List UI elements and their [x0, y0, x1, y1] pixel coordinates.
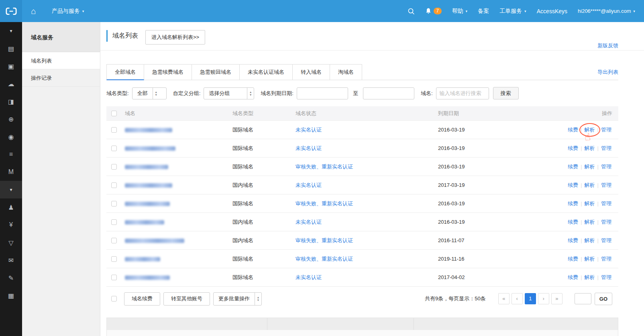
- renew-domains-button[interactable]: 域名续费: [124, 292, 160, 306]
- tab-item[interactable]: 急需赎回域名: [192, 64, 240, 80]
- cloud-storage-icon[interactable]: ◨: [0, 93, 22, 110]
- renew-link[interactable]: 续费: [568, 182, 578, 188]
- prev-page-button[interactable]: ‹: [512, 293, 523, 304]
- image-service-icon[interactable]: ▣: [0, 57, 22, 75]
- renew-link[interactable]: 续费: [568, 256, 578, 262]
- resolve-link[interactable]: 解析: [585, 219, 595, 225]
- m-service-icon[interactable]: M: [0, 163, 22, 181]
- footer-select-all-checkbox[interactable]: [111, 296, 117, 302]
- manage-link[interactable]: 管理: [601, 219, 611, 225]
- row-checkbox[interactable]: [111, 146, 117, 151]
- next-page-button[interactable]: ›: [538, 293, 549, 304]
- resolve-link[interactable]: 解析: [585, 274, 595, 280]
- server-icon[interactable]: ▤: [0, 40, 22, 57]
- renew-link[interactable]: 续费: [568, 127, 578, 133]
- row-checkbox[interactable]: [111, 182, 117, 188]
- renew-link[interactable]: 续费: [568, 219, 578, 225]
- id-card-icon[interactable]: ▦: [0, 287, 22, 304]
- manage-link[interactable]: 管理: [601, 274, 611, 280]
- go-button[interactable]: GO: [595, 293, 612, 305]
- domain-name-redacted[interactable]: [125, 239, 184, 243]
- row-checkbox[interactable]: [111, 164, 117, 170]
- renew-link[interactable]: 续费: [568, 145, 578, 151]
- tab-item[interactable]: 转入域名: [293, 64, 330, 80]
- search-icon[interactable]: [408, 8, 415, 15]
- row-checkbox[interactable]: [111, 201, 117, 206]
- row-checkbox[interactable]: [111, 238, 117, 243]
- renew-link[interactable]: 续费: [568, 274, 578, 280]
- row-checkbox[interactable]: [111, 275, 117, 280]
- cloud-upload-icon[interactable]: ☁: [0, 75, 22, 93]
- domain-status-link[interactable]: 审核失败、重新实名认证: [296, 164, 353, 170]
- manage-link[interactable]: 管理: [601, 127, 611, 133]
- domain-status-link[interactable]: 审核失败、重新实名认证: [296, 256, 353, 262]
- account-menu[interactable]: hi206*****@aliyun.com ▾: [578, 8, 635, 14]
- domain-status-link[interactable]: 未实名认证: [296, 182, 322, 188]
- expiry-date-from-input[interactable]: [297, 87, 348, 99]
- batch-actions-select[interactable]: 更多批量操作 ▲▼: [213, 292, 262, 306]
- search-button[interactable]: 搜索: [493, 87, 519, 99]
- server-rack-icon[interactable]: ≡: [0, 146, 22, 163]
- tab-item[interactable]: 急需续费域名: [144, 64, 192, 80]
- resolve-link[interactable]: 解析: [585, 164, 595, 170]
- domain-name-redacted[interactable]: [125, 165, 168, 169]
- section-chevron-icon[interactable]: ▾: [0, 181, 22, 198]
- domain-name-redacted[interactable]: [125, 146, 175, 151]
- export-list-link[interactable]: 导出列表: [597, 69, 618, 76]
- last-page-button[interactable]: »: [551, 293, 562, 304]
- domain-status-link[interactable]: 未实名认证: [296, 274, 322, 280]
- domain-status-link[interactable]: 审核失败、重新实名认证: [296, 200, 353, 206]
- domain-status-link[interactable]: 未实名认证: [296, 127, 322, 133]
- expiry-date-to-input[interactable]: [363, 87, 414, 99]
- manage-link[interactable]: 管理: [601, 182, 611, 188]
- domain-type-select[interactable]: 全部 ▲▼: [132, 87, 167, 99]
- accesskeys-link[interactable]: AccessKeys: [537, 8, 567, 14]
- tab-item[interactable]: 淘域名: [330, 64, 362, 80]
- tab-item[interactable]: 全部域名: [106, 64, 144, 80]
- beian-link[interactable]: 备案: [478, 8, 489, 15]
- current-page-button[interactable]: 1: [525, 293, 536, 304]
- row-checkbox[interactable]: [111, 127, 117, 133]
- group-select[interactable]: 选择分组 ▲▼: [204, 87, 254, 99]
- tickets-menu[interactable]: 工单服务 ▾: [499, 8, 526, 15]
- mail-icon[interactable]: ✉: [0, 251, 22, 269]
- manage-link[interactable]: 管理: [601, 145, 611, 151]
- domain-name-redacted[interactable]: [125, 257, 160, 261]
- domain-name-redacted[interactable]: [125, 220, 164, 225]
- select-all-checkbox[interactable]: [111, 111, 117, 116]
- user-icon[interactable]: ♟: [0, 198, 22, 216]
- row-checkbox[interactable]: [111, 256, 117, 262]
- resolve-link[interactable]: 解析: [585, 256, 595, 262]
- row-checkbox[interactable]: [111, 219, 117, 225]
- goto-page-input[interactable]: [575, 293, 591, 304]
- domain-name-redacted[interactable]: [125, 202, 170, 206]
- edit-icon[interactable]: ✎: [0, 269, 22, 287]
- manage-link[interactable]: 管理: [601, 200, 611, 206]
- collapse-chevron-icon[interactable]: ▾: [0, 22, 22, 40]
- resolve-link[interactable]: 解析: [585, 200, 595, 206]
- domain-status-link[interactable]: 未实名认证: [296, 219, 322, 225]
- domain-status-link[interactable]: 未实名认证: [296, 145, 322, 151]
- flask-icon[interactable]: ▽: [0, 234, 22, 251]
- dns-icon[interactable]: ◉: [0, 128, 22, 146]
- globe-icon[interactable]: ⊕: [0, 110, 22, 128]
- resolve-link[interactable]: 解析: [585, 145, 595, 151]
- billing-icon[interactable]: ¥: [0, 216, 22, 234]
- goto-dns-list-button[interactable]: 进入域名解析列表>>: [145, 30, 205, 45]
- renew-link[interactable]: 续费: [568, 237, 578, 243]
- notifications-button[interactable]: 7: [425, 8, 442, 14]
- resolve-link[interactable]: 解析: [585, 182, 595, 188]
- aliyun-logo[interactable]: [0, 0, 22, 22]
- resolve-link[interactable]: 解析: [585, 127, 595, 133]
- home-icon[interactable]: ⌂: [22, 0, 45, 22]
- renew-link[interactable]: 续费: [568, 200, 578, 206]
- sidebar-item-domain-list[interactable]: 域名列表: [22, 52, 100, 69]
- domain-status-link[interactable]: 审核失败、重新实名认证: [296, 237, 353, 243]
- products-menu[interactable]: 产品与服务 ▾: [45, 0, 92, 22]
- manage-link[interactable]: 管理: [601, 164, 611, 170]
- manage-link[interactable]: 管理: [601, 256, 611, 262]
- resolve-link[interactable]: 解析: [585, 237, 595, 243]
- domain-name-redacted[interactable]: [125, 275, 170, 280]
- domain-search-input[interactable]: [436, 87, 489, 99]
- help-menu[interactable]: 帮助 ▾: [452, 8, 468, 15]
